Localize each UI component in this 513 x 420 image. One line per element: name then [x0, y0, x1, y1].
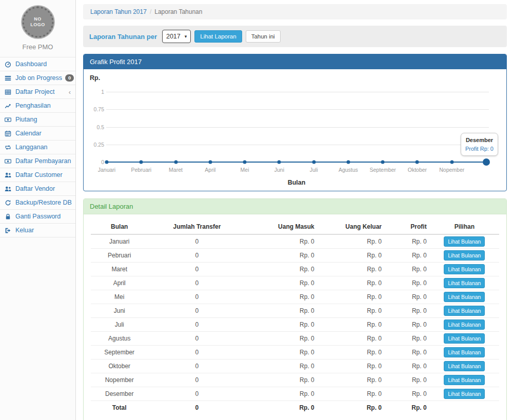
table-row: Juni0Rp. 0Rp. 0Rp. 0Lihat Bulanan — [91, 304, 499, 318]
lihat-laporan-button[interactable]: Lihat Laporan — [194, 30, 242, 43]
cell-uang-keluar: Rp. 0 — [320, 373, 389, 387]
breadcrumb-separator: / — [150, 8, 151, 15]
lihat-bulanan-button[interactable]: Lihat Bulanan — [444, 278, 485, 288]
sidebar-item-calendar[interactable]: Calendar — [0, 127, 75, 141]
x-axis-tick-label: Pebruari — [123, 167, 160, 173]
column-header-uang-keluar: Uang Keluar — [320, 219, 389, 234]
sidebar-item-label: Dashboard — [15, 61, 47, 68]
y-axis-tick-label: 0.75 — [84, 106, 104, 112]
no-logo-image: NO LOGO — [22, 6, 54, 38]
cell-jumlah-transfer: 0 — [148, 276, 246, 290]
lihat-bulanan-button[interactable]: Lihat Bulanan — [444, 264, 485, 274]
total-cell-empty — [430, 401, 499, 413]
sidebar-item-penghasilan[interactable]: Penghasilan — [0, 99, 75, 113]
cell-uang-keluar: Rp. 0 — [320, 276, 389, 290]
app-window: NO LOGO Free PMO DashboardJob on Progres… — [0, 0, 513, 420]
report-table: BulanJumlah TransferUang MasukUang Kelua… — [91, 219, 499, 413]
x-axis-tick-label: Juli — [295, 167, 332, 173]
chart-tooltip: DesemberProfit Rp: 0 — [461, 133, 498, 156]
lihat-bulanan-button[interactable]: Lihat Bulanan — [444, 319, 485, 330]
sidebar-item-label: Daftar Project — [15, 88, 54, 95]
sidebar-item-label: Piutang — [15, 116, 37, 123]
cell-profit: Rp. 0 — [389, 290, 430, 304]
y-axis-tick-label: 1 — [84, 89, 104, 95]
sidebar-item-job-on-progress[interactable]: Job on Progress0 — [0, 71, 75, 85]
logo-section: NO LOGO Free PMO — [0, 0, 75, 57]
sidebar-item-keluar[interactable]: Keluar — [0, 224, 75, 237]
cell-uang-masuk: Rp. 0 — [246, 373, 319, 387]
cell-uang-masuk: Rp. 0 — [246, 359, 319, 373]
cell-bulan: Maret — [91, 263, 148, 276]
y-axis-title: Rp. — [90, 74, 100, 82]
cell-uang-keluar: Rp. 0 — [320, 359, 389, 373]
table-row: September0Rp. 0Rp. 0Rp. 0Lihat Bulanan — [91, 346, 499, 359]
sidebar-item-daftar-vendor[interactable]: Daftar Vendor — [0, 182, 75, 196]
total-cell-uang-masuk: Rp. 0 — [246, 401, 319, 413]
x-axis-tick-label: Nopember — [433, 167, 470, 173]
sidebar-item-label: Daftar Vendor — [15, 185, 55, 192]
cell-profit: Rp. 0 — [389, 234, 430, 249]
data-point-desember — [483, 158, 490, 166]
cell-bulan: Juli — [91, 318, 148, 332]
sidebar-item-label: Daftar Pembayaran — [15, 157, 71, 165]
lihat-bulanan-button[interactable]: Lihat Bulanan — [444, 250, 485, 261]
x-axis-tick-label: Maret — [157, 167, 194, 173]
table-row: Agustus0Rp. 0Rp. 0Rp. 0Lihat Bulanan — [91, 332, 499, 346]
cell-bulan: September — [91, 346, 148, 359]
cell-bulan: Juni — [91, 304, 148, 318]
cell-jumlah-transfer: 0 — [148, 263, 246, 276]
cell-uang-keluar: Rp. 0 — [320, 249, 389, 263]
cell-profit: Rp. 0 — [389, 359, 430, 373]
cell-uang-keluar: Rp. 0 — [320, 290, 389, 304]
lihat-bulanan-button[interactable]: Lihat Bulanan — [444, 333, 485, 344]
cell-bulan: April — [91, 276, 148, 290]
lihat-bulanan-button[interactable]: Lihat Bulanan — [444, 389, 485, 399]
lihat-bulanan-button[interactable]: Lihat Bulanan — [444, 347, 485, 357]
cell-bulan: Nopember — [91, 373, 148, 387]
column-header-pilihan: Pilihan — [430, 219, 499, 234]
sidebar-item-backup-restore-db[interactable]: Backup/Restore DB — [0, 196, 75, 210]
sidebar-item-langganan[interactable]: Langganan — [0, 141, 75, 154]
lihat-bulanan-button[interactable]: Lihat Bulanan — [444, 236, 485, 247]
cell-jumlah-transfer: 0 — [148, 359, 246, 373]
cell-uang-keluar: Rp. 0 — [320, 332, 389, 346]
dashboard-icon — [5, 61, 12, 68]
cell-uang-keluar: Rp. 0 — [320, 387, 389, 401]
cell-uang-keluar: Rp. 0 — [320, 304, 389, 318]
detail-panel-title: Detail Laporan — [84, 199, 506, 214]
sidebar-item-label: Penghasilan — [15, 102, 51, 109]
tahun-ini-button[interactable]: Tahun ini — [246, 30, 281, 43]
table-total-row: Total0Rp. 0Rp. 0Rp. 0 — [91, 401, 499, 413]
sidebar-item-label: Calendar — [15, 130, 42, 137]
cell-uang-keluar: Rp. 0 — [320, 346, 389, 359]
sidebar-item-daftar-project[interactable]: Daftar Project‹ — [0, 85, 75, 99]
cell-profit: Rp. 0 — [389, 318, 430, 332]
report-toolbar: Laporan Tahunan per 2017 ▾ Lihat Laporan… — [83, 26, 507, 47]
profit-line-chart: Rp.10.750.50.250JanuariPebruariMaretApri… — [84, 69, 506, 191]
sidebar-item-dashboard[interactable]: Dashboard — [0, 57, 75, 71]
total-cell-jumlah-transfer: 0 — [148, 401, 246, 413]
sidebar-item-label: Langganan — [15, 144, 48, 151]
sidebar-item-piutang[interactable]: Piutang — [0, 113, 75, 127]
x-axis-tick-label: Agustus — [330, 167, 367, 173]
lihat-bulanan-button[interactable]: Lihat Bulanan — [444, 361, 485, 371]
data-point-agustus — [346, 161, 350, 164]
lihat-bulanan-button[interactable]: Lihat Bulanan — [444, 375, 485, 385]
breadcrumb-link[interactable]: Laporan Tahun 2017 — [90, 8, 147, 15]
sidebar-item-daftar-customer[interactable]: Daftar Customer — [0, 168, 75, 182]
year-select[interactable]: 2017 ▾ — [162, 30, 191, 43]
tasks-icon — [5, 75, 12, 82]
lihat-bulanan-button[interactable]: Lihat Bulanan — [444, 292, 485, 302]
cell-jumlah-transfer: 0 — [148, 304, 246, 318]
lihat-bulanan-button[interactable]: Lihat Bulanan — [444, 306, 485, 316]
table-row: Januari0Rp. 0Rp. 0Rp. 0Lihat Bulanan — [91, 234, 499, 249]
tooltip-value: Profit Rp: 0 — [465, 145, 494, 153]
cell-uang-masuk: Rp. 0 — [246, 234, 319, 249]
logo-text-line1: NO — [34, 16, 42, 22]
data-point-januari — [105, 161, 109, 164]
data-point-april — [208, 161, 212, 164]
table-row: Oktober0Rp. 0Rp. 0Rp. 0Lihat Bulanan — [91, 359, 499, 373]
breadcrumb: Laporan Tahun 2017/Laporan Tahunan — [83, 4, 507, 19]
sidebar-item-ganti-password[interactable]: Ganti Password — [0, 210, 75, 224]
sidebar-item-daftar-pembayaran[interactable]: Daftar Pembayaran — [0, 154, 75, 168]
